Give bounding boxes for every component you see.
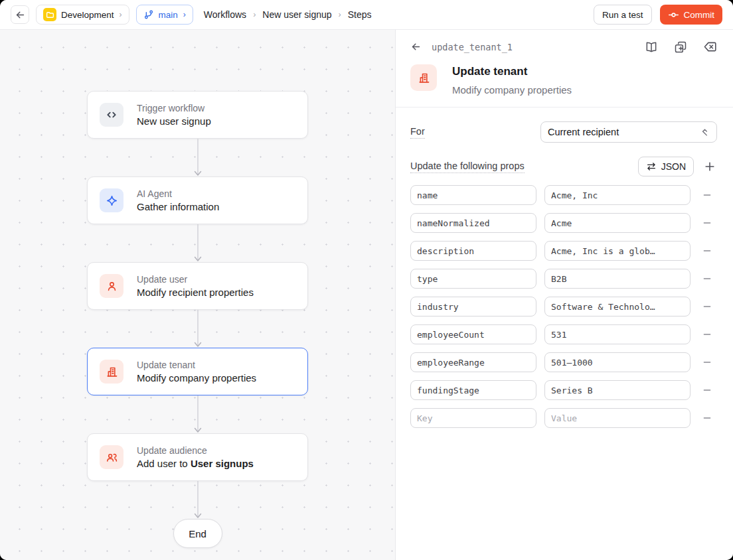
duplicate-plus-icon [674,40,687,54]
breadcrumb-item[interactable]: Workflows [204,9,246,20]
folder-icon [43,8,56,21]
prop-key-input[interactable] [410,408,536,428]
prop-value-input[interactable] [544,408,691,428]
people-icon [100,445,123,469]
workflow-node[interactable]: AI Agent Gather information [87,176,308,224]
minus-icon [702,385,712,395]
breadcrumb: Workflows › New user signup › Steps [204,9,372,20]
remove-prop-button[interactable] [701,356,713,368]
building-icon [410,64,437,91]
step-subtitle: Modify company properties [452,84,572,96]
prop-key-input[interactable] [410,297,536,316]
prop-row [410,352,717,372]
arrow-down-connector-icon [192,139,204,176]
building-icon [100,360,123,384]
arrow-down-connector-icon [192,224,204,262]
prop-key-input[interactable] [410,185,536,205]
commit-button[interactable]: Commit [660,5,723,25]
workflow-node[interactable]: Update tenant Modify company properties [87,348,308,395]
prop-value-input[interactable] [544,269,691,289]
prop-value-input[interactable] [544,297,691,316]
step-config-panel: update_tenant_1 Update tenant Modify com… [395,30,733,560]
workflow-node[interactable]: Update user Modify recipient properties [87,262,308,310]
arrow-down-connector-icon [192,481,204,519]
node-subtitle: New user signup [137,115,211,127]
chevron-right-icon: › [339,10,341,19]
arrow-down-connector-icon [192,310,204,348]
prop-key-input[interactable] [410,269,536,289]
breadcrumb-item[interactable]: New user signup [262,9,331,20]
panel-body: For Current recipient Update the followi… [396,107,733,428]
prop-key-input[interactable] [410,352,536,372]
for-select[interactable]: Current recipient [540,121,717,143]
prop-row [410,380,717,400]
node-title: AI Agent [137,188,219,199]
chevron-right-icon: › [253,10,256,19]
step-id: update_tenant_1 [432,42,513,52]
app-window: Development › main › Workflows › New use… [0,0,733,560]
prop-row [410,324,717,344]
workflow-node[interactable]: Trigger workflow New user signup [87,91,308,139]
plus-icon [703,160,716,173]
remove-prop-button[interactable] [701,328,713,340]
prop-row [410,269,717,289]
run-test-button[interactable]: Run a test [594,5,652,25]
prop-key-input[interactable] [410,324,536,344]
props-header-row: Update the following props JSON [410,157,717,176]
prop-value-input[interactable] [544,213,691,233]
prop-value-input[interactable] [544,352,691,372]
remove-prop-button[interactable] [701,245,713,257]
end-node[interactable]: End [173,519,222,548]
prop-key-input[interactable] [410,213,536,233]
workflow-canvas[interactable]: Trigger workflow New user signup AI Agen… [0,30,395,560]
prop-value-input[interactable] [544,380,691,400]
remove-prop-button[interactable] [701,217,713,229]
remove-prop-button[interactable] [701,301,713,313]
branch-switcher[interactable]: main › [136,5,193,25]
add-prop-button[interactable] [702,159,717,174]
branch-label: main [159,10,178,20]
new-prop-row [410,408,717,428]
remove-prop-button[interactable] [701,412,713,424]
minus-icon [702,357,712,368]
breadcrumb-item[interactable]: Steps [348,9,372,20]
prop-value-input[interactable] [544,324,691,344]
props-label: Update the following props [410,161,525,173]
project-label: Development [61,10,114,20]
node-subtitle: Modify recipient properties [137,287,254,298]
prop-row [410,297,717,316]
delete-step-button[interactable] [703,40,717,54]
prop-value-input[interactable] [544,185,691,205]
top-bar: Development › main › Workflows › New use… [0,0,733,30]
chevron-up-down-icon [700,127,710,137]
node-title: Update user [137,274,254,285]
node-title: Update audience [137,445,254,456]
for-field-row: For Current recipient [410,121,717,143]
back-button[interactable] [11,5,29,24]
workflow-node[interactable]: Update audience Add user to User signups [87,433,308,481]
prop-value-input[interactable] [544,241,691,261]
prop-key-input[interactable] [410,380,536,400]
panel-back-button[interactable] [410,41,422,52]
duplicate-step-button[interactable] [674,40,687,54]
chevron-right-icon: › [183,10,186,19]
remove-prop-button[interactable] [701,384,713,396]
for-label: For [410,126,425,139]
docs-button[interactable] [645,40,658,54]
project-switcher[interactable]: Development › [36,5,129,25]
node-title: Update tenant [137,360,256,370]
prop-key-input[interactable] [410,241,536,261]
minus-icon [702,245,712,256]
remove-prop-button[interactable] [701,273,713,285]
top-bar-actions: Run a test Commit [594,5,722,25]
person-icon [100,274,123,298]
node-connector [192,310,204,348]
panel-header: update_tenant_1 Update tenant Modify com… [396,30,733,107]
commit-button-label: Commit [684,10,715,20]
remove-prop-button[interactable] [701,189,713,201]
node-connector [192,395,204,433]
node-connector [192,139,204,176]
json-toggle-button[interactable]: JSON [638,157,694,176]
prop-row [410,213,717,233]
commit-icon [668,9,679,21]
